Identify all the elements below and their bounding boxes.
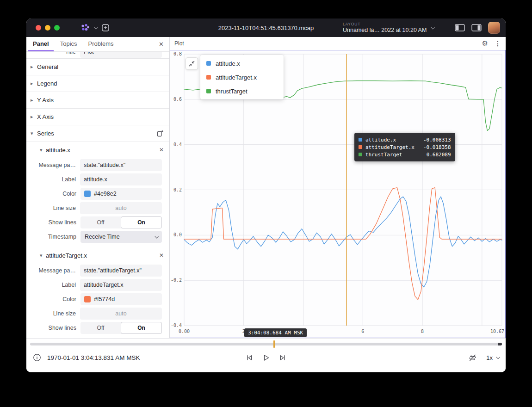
field-label: Show lines [26,325,80,331]
chevron-down-icon [431,25,435,29]
field-row-color: Color #4e98e2 [26,186,169,201]
desktop-background: 2023-11-10T04:51:45.631370.mcap LAYOUT U… [0,0,532,407]
plot-panel-header: Plot ⚙ ⋮ [170,37,506,50]
zoom-window-button[interactable] [54,25,60,31]
tab-problems[interactable]: Problems [84,37,118,51]
current-timestamp: 1970-01-01 3:04:13.831 AM MSK [47,354,140,361]
section-label: Y Axis [37,97,54,104]
plot-legend: attitude.x attitudeTarget.x thrustTarget [200,55,284,99]
right-sidebar-toggle-icon[interactable] [471,24,482,32]
section-label: X Axis [37,113,54,120]
message-path-input[interactable] [80,159,162,171]
minimize-window-button[interactable] [45,25,50,31]
color-hex: #f5774d [94,296,115,302]
svg-text:0.0: 0.0 [173,232,182,237]
remove-series-icon[interactable]: ✕ [159,252,164,259]
panel-settings-sidebar: Panel Topics Problems ✕ Title ▸ General [26,37,170,338]
tab-panel[interactable]: Panel [28,37,54,51]
play-icon[interactable] [262,353,271,362]
foxglove-logo-icon[interactable] [80,23,90,32]
show-lines-toggle: Off On [80,216,162,228]
svg-text:0.8: 0.8 [173,51,182,56]
svg-text:-0.4: -0.4 [171,323,182,328]
caret-down-icon: ▾ [40,147,46,153]
timestamp-value: Receive Time [85,234,120,240]
playback-speed-select[interactable]: 1x [486,354,499,361]
color-input[interactable]: #f5774d [80,293,162,305]
add-series-icon[interactable] [157,130,164,137]
caret-right-icon: ▸ [31,64,37,70]
color-hex: #4e98e2 [94,191,117,197]
section-general[interactable]: ▸ General [26,59,169,75]
traffic-lights [36,25,60,31]
loop-off-icon[interactable] [468,353,477,362]
show-lines-off-button[interactable]: Off [80,216,121,228]
caret-down-icon: ▾ [31,130,37,136]
show-lines-off-button[interactable]: Off [80,322,121,334]
app-window: 2023-11-10T04:51:45.631370.mcap LAYOUT U… [26,18,506,372]
seek-backward-icon[interactable] [245,353,254,362]
tooltip-swatch [359,153,362,156]
panel-title-input[interactable] [80,52,162,58]
field-row-timestamp: Timestamp Receive Time [26,229,169,244]
field-row-line-size: Line size [26,306,169,321]
color-input[interactable]: #4e98e2 [80,188,162,200]
field-label: Message pa… [26,162,80,168]
show-lines-on-button[interactable]: On [121,322,162,334]
add-panel-icon[interactable] [101,24,110,32]
layout-selector[interactable]: LAYOUT Unnamed la… 2022 at 10:20 AM [343,22,434,33]
seek-forward-icon[interactable] [278,353,287,362]
close-sidebar-icon[interactable]: ✕ [159,37,164,51]
transport-controls [245,353,287,362]
section-x-axis[interactable]: ▸ X Axis [26,109,169,125]
chevron-down-icon [155,234,158,238]
plot-canvas[interactable]: 0.80.60.40.20.0-0.2-0.40.00246810.67 att… [170,50,506,338]
tooltip-swatch [359,145,362,149]
section-legend[interactable]: ▸ Legend [26,75,169,92]
line-size-input[interactable] [80,308,162,320]
series-item-attitude-x[interactable]: ▾ attitude.x ✕ [26,142,169,158]
section-y-axis[interactable]: ▸ Y Axis [26,92,169,109]
kebab-menu-icon[interactable]: ⋮ [495,40,501,47]
field-label: Line size [26,205,80,211]
legend-item-attitude-x[interactable]: attitude.x [200,56,284,70]
plot-panel: Plot ⚙ ⋮ 0.80.60.40.20.0-0.2-0.40.002468… [170,37,506,338]
timestamp-select[interactable]: Receive Time [80,231,162,243]
title-field-row-clipped: Title [26,52,169,59]
tooltip-series-value: -0.018358 [423,144,451,150]
legend-swatch [206,61,211,66]
series-name: attitudeTarget.x [46,252,87,259]
line-size-input[interactable] [80,202,162,214]
tooltip-series-name: attitude.x [365,137,420,143]
chevron-down-icon[interactable] [94,25,98,29]
tooltip-row: attitude.x -0.008313 [359,136,451,143]
field-row-line-size: Line size [26,201,169,215]
collapse-legend-button[interactable] [186,57,198,70]
series-label-input[interactable] [80,173,162,185]
series-label-input[interactable] [80,279,162,291]
speed-value: 1x [486,354,493,361]
left-sidebar-toggle-icon[interactable] [455,24,465,32]
message-path-input[interactable] [80,265,162,277]
avatar[interactable] [488,22,500,34]
caret-right-icon: ▸ [31,114,37,120]
field-label: Show lines [26,219,80,226]
svg-text:6: 6 [361,329,364,334]
series-item-attitude-target-x[interactable]: ▾ attitudeTarget.x ✕ [26,247,169,263]
field-row-message-path: Message pa… [26,158,169,172]
show-lines-on-button[interactable]: On [121,216,162,228]
close-window-button[interactable] [36,25,41,31]
section-series[interactable]: ▾ Series [26,125,169,142]
color-swatch [84,296,91,302]
tab-topics[interactable]: Topics [56,37,82,51]
layout-label: LAYOUT [343,22,427,27]
info-icon[interactable] [33,353,41,362]
legend-item-attitude-target-x[interactable]: attitudeTarget.x [200,70,284,84]
field-row-message-path: Message pa… [26,263,169,278]
remove-series-icon[interactable]: ✕ [159,147,164,153]
legend-item-thrust-target[interactable]: thrustTarget [200,84,284,98]
color-swatch [84,191,91,197]
tooltip-row: attitudeTarget.x -0.018358 [359,143,451,151]
gear-icon[interactable]: ⚙ [482,39,488,48]
field-label: Title [26,52,80,55]
